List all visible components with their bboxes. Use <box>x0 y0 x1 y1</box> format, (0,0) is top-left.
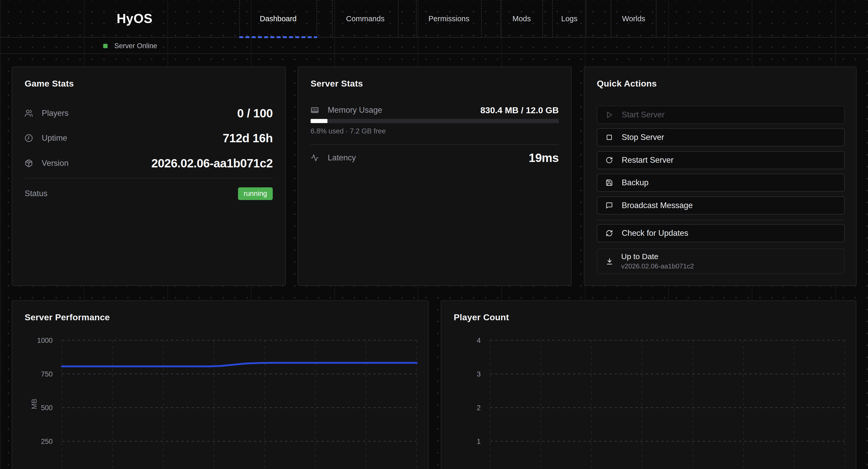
restart-server-button[interactable]: Restart Server <box>597 151 845 169</box>
players-row: Players 0 / 100 <box>25 105 273 121</box>
start-server-button[interactable]: Start Server <box>597 106 845 124</box>
button-label: Check for Updates <box>622 229 688 238</box>
online-status-dot <box>103 44 107 48</box>
save-icon <box>606 179 613 186</box>
card-title: Quick Actions <box>597 78 657 89</box>
memory-caption: 6.8% used · 7.2 GB free <box>311 127 386 135</box>
server-status-label: Server Online <box>114 38 157 54</box>
check-for-updates-button[interactable]: Check for Updates <box>597 224 845 242</box>
stop-server-button[interactable]: Stop Server <box>597 128 845 146</box>
latency-label: Latency <box>328 153 356 163</box>
latency-row: Latency 19ms <box>311 150 559 166</box>
package-icon <box>25 159 33 167</box>
svg-text:4: 4 <box>477 337 480 344</box>
top-nav-bar: HyOS Dashboard Commands Permissions Mods… <box>0 0 868 38</box>
play-icon <box>606 111 613 119</box>
card-title: Server Stats <box>311 78 363 89</box>
update-status-version: v2026.02.06-aa1b071c2 <box>621 262 694 270</box>
uptime-value: 712d 16h <box>223 131 273 145</box>
svg-text:250: 250 <box>41 438 53 445</box>
memory-icon <box>311 106 319 114</box>
status-badge: running <box>238 187 273 200</box>
tab-commands[interactable]: Commands <box>332 0 399 38</box>
tab-logs[interactable]: Logs <box>552 0 586 38</box>
tab-label: Logs <box>561 14 578 23</box>
message-icon <box>606 202 613 209</box>
clock-icon <box>25 134 33 142</box>
refresh-icon <box>606 230 613 237</box>
divider <box>25 178 273 178</box>
version-value: 2026.02.06-aa1b071c2 <box>151 156 273 170</box>
memory-progress-bar <box>311 119 559 123</box>
tab-worlds[interactable]: Worlds <box>611 0 656 38</box>
uptime-row: Uptime 712d 16h <box>25 130 273 146</box>
memory-value: 830.4 MB / 12.0 GB <box>480 105 559 115</box>
svg-text:750: 750 <box>41 370 53 378</box>
server-performance-card: Server Performance MB 1000750500250 <box>12 300 429 469</box>
tab-label: Commands <box>346 14 384 23</box>
svg-text:1: 1 <box>477 438 480 445</box>
version-label: Version <box>42 159 68 168</box>
memory-progress-fill <box>311 119 328 123</box>
quick-actions-card: Quick Actions Start Server Stop Server R… <box>584 67 857 286</box>
button-label: Broadcast Message <box>622 201 693 210</box>
player-count-plot: 4321 <box>441 301 856 469</box>
app-logo: HyOS <box>117 0 152 38</box>
server-status-bar: Server Online <box>0 38 868 54</box>
card-title: Game Stats <box>25 78 74 89</box>
server-performance-plot: 1000750500250 <box>12 301 428 469</box>
status-row: Status running <box>25 186 273 201</box>
tab-dashboard[interactable]: Dashboard <box>239 0 317 38</box>
svg-text:3: 3 <box>477 370 480 378</box>
svg-text:1000: 1000 <box>37 337 53 344</box>
button-label: Start Server <box>622 110 664 120</box>
backup-button[interactable]: Backup <box>597 174 845 192</box>
tab-label: Mods <box>513 14 531 23</box>
update-status-box: Up to Date v2026.02.06-aa1b071c2 <box>597 248 845 274</box>
download-icon <box>606 257 613 265</box>
broadcast-message-button[interactable]: Broadcast Message <box>597 196 845 214</box>
svg-text:2: 2 <box>477 404 480 412</box>
button-label: Restart Server <box>622 156 674 165</box>
svg-text:500: 500 <box>41 404 53 412</box>
users-icon <box>25 109 33 118</box>
restart-icon <box>606 157 613 164</box>
players-value: 0 / 100 <box>237 106 273 120</box>
activity-icon <box>311 154 319 162</box>
stop-icon <box>606 134 613 141</box>
update-status-title: Up to Date <box>621 252 694 261</box>
button-label: Backup <box>622 178 648 187</box>
active-tab-underline <box>239 36 317 38</box>
divider <box>311 144 559 145</box>
button-label: Stop Server <box>622 133 664 142</box>
divider <box>597 220 844 220</box>
status-label: Status <box>25 189 48 198</box>
players-label: Players <box>42 108 68 118</box>
tab-label: Worlds <box>622 14 645 23</box>
memory-row: Memory Usage 830.4 MB / 12.0 GB <box>311 103 559 117</box>
tab-mods[interactable]: Mods <box>500 0 543 38</box>
player-count-card: Player Count 4321 <box>441 300 856 469</box>
server-stats-card: Server Stats Memory Usage 830.4 MB / 12.… <box>298 67 572 286</box>
tab-label: Permissions <box>429 14 469 23</box>
uptime-label: Uptime <box>42 133 67 143</box>
memory-label: Memory Usage <box>328 105 382 115</box>
tab-permissions[interactable]: Permissions <box>416 0 482 38</box>
latency-value: 19ms <box>529 151 559 165</box>
tab-label: Dashboard <box>260 14 297 23</box>
version-row: Version 2026.02.06-aa1b071c2 <box>25 156 273 171</box>
game-stats-card: Game Stats Players 0 / 100 Uptime 712d 1… <box>12 67 286 286</box>
